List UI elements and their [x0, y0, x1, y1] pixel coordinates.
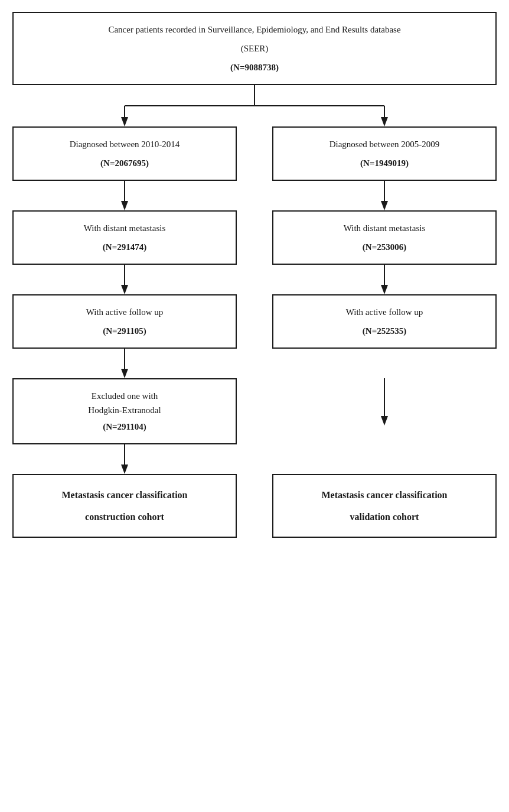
left-arrow-4 — [116, 444, 133, 474]
left-box-2: With distant metastasis (N=291474) — [12, 210, 237, 265]
left-box-1-line1: Diagnosed between 2010-2014 — [25, 137, 224, 151]
top-box-n: (N=9088738) — [25, 60, 484, 74]
split-arrow-container — [12, 85, 497, 126]
top-box-line2: (SEER) — [25, 41, 484, 56]
top-box-line1: Cancer patients recorded in Surveillance… — [25, 22, 484, 37]
right-box-2-line1: With distant metastasis — [285, 221, 484, 235]
right-box-3: With active follow up (N=252535) — [272, 294, 497, 349]
left-column: Diagnosed between 2010-2014 (N=2067695) … — [12, 126, 237, 538]
right-box-3-line1: With active follow up — [285, 305, 484, 319]
right-box-1-n: (N=1949019) — [285, 156, 484, 170]
left-box-3-n: (N=291105) — [25, 324, 224, 338]
flowchart: Cancer patients recorded in Surveillance… — [12, 12, 497, 538]
left-arrow-3 — [116, 349, 133, 378]
left-box-4-n: (N=291104) — [25, 420, 224, 434]
svg-marker-11 — [121, 369, 128, 378]
left-box-2-n: (N=291474) — [25, 240, 224, 254]
right-arrow-1 — [376, 181, 393, 210]
right-box-3-n: (N=252535) — [285, 324, 484, 338]
svg-marker-17 — [381, 285, 388, 294]
left-box-3-line1: With active follow up — [25, 305, 224, 319]
two-columns: Diagnosed between 2010-2014 (N=2067695) … — [12, 126, 497, 538]
left-box-4: Excluded one with Hodgkin-Extranodal (N=… — [12, 378, 237, 444]
svg-marker-5 — [381, 117, 388, 126]
left-box-2-line1: With distant metastasis — [25, 221, 224, 235]
svg-marker-3 — [121, 117, 128, 126]
left-arrow-2 — [116, 265, 133, 294]
right-final-line2: validation cohort — [285, 509, 484, 525]
left-final-box: Metastasis cancer classification constru… — [12, 474, 237, 538]
svg-marker-7 — [121, 201, 128, 210]
left-arrow-1 — [116, 181, 133, 210]
right-arrow-2 — [376, 265, 393, 294]
right-box-2: With distant metastasis (N=253006) — [272, 210, 497, 265]
svg-marker-15 — [381, 201, 388, 210]
left-box-3: With active follow up (N=291105) — [12, 294, 237, 349]
left-final-line2: construction cohort — [25, 509, 224, 525]
right-final-box: Metastasis cancer classification validat… — [272, 474, 497, 538]
svg-marker-9 — [121, 285, 128, 294]
right-column: Diagnosed between 2005-2009 (N=1949019) … — [272, 126, 497, 538]
top-box: Cancer patients recorded in Surveillance… — [12, 12, 497, 85]
right-final-line1: Metastasis cancer classification — [285, 487, 484, 503]
right-box-1-line1: Diagnosed between 2005-2009 — [285, 137, 484, 151]
left-box-1: Diagnosed between 2010-2014 (N=2067695) — [12, 126, 237, 181]
left-box-1-n: (N=2067695) — [25, 156, 224, 170]
svg-marker-19 — [381, 416, 388, 426]
svg-marker-13 — [121, 465, 128, 474]
left-final-line1: Metastasis cancer classification — [25, 487, 224, 503]
split-arrow-svg — [12, 85, 497, 126]
right-box-1: Diagnosed between 2005-2009 (N=1949019) — [272, 126, 497, 181]
right-long-arrow-container — [376, 378, 393, 474]
right-arrow-long — [376, 378, 393, 426]
left-box-4-line1: Excluded one with — [25, 389, 224, 403]
right-box-2-n: (N=253006) — [285, 240, 484, 254]
left-box-4-line2: Hodgkin-Extranodal — [25, 403, 224, 417]
